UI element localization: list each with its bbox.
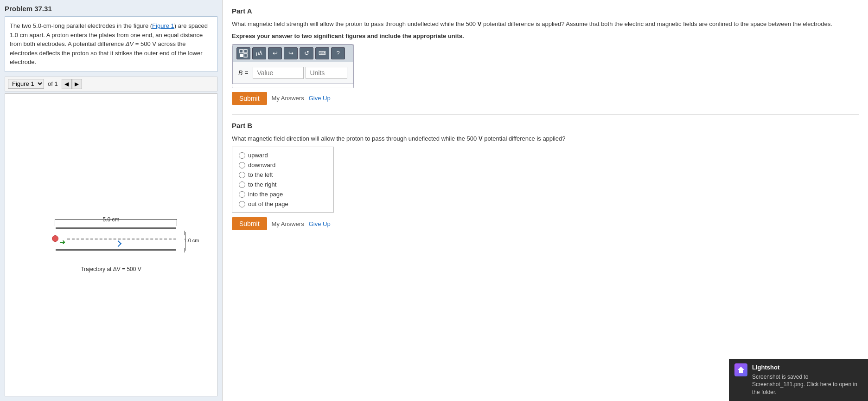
proton-dot: [52, 235, 58, 242]
radio-out-of-page[interactable]: [239, 201, 245, 207]
width-label: 5.0 cm: [102, 216, 119, 223]
radio-option-left[interactable]: to the left: [239, 171, 327, 178]
radio-option-into-page[interactable]: into the page: [239, 191, 327, 198]
part-a-section: Part A What magnetic field strength will…: [232, 7, 859, 105]
radio-downward-label: downward: [248, 162, 275, 168]
lightshot-description: Screenshot is saved to Screenshot_181.pn…: [752, 373, 862, 396]
radio-option-upward[interactable]: upward: [239, 152, 327, 159]
answer-box-a: μÅ ↩ ↪ ↺ ⌨ ? B =: [232, 44, 354, 88]
action-row-b: Submit My Answers Give Up: [232, 217, 859, 230]
electrode-bottom: [56, 249, 176, 251]
radio-options-box: upward downward to the left to the right…: [232, 147, 334, 213]
units-input[interactable]: [306, 67, 347, 79]
action-row-a: Submit My Answers Give Up: [232, 92, 859, 105]
toolbar-btn-help[interactable]: ?: [331, 47, 345, 59]
figure-of-label: of 1: [48, 80, 58, 87]
toolbar-btn-keyboard[interactable]: ⌨: [315, 47, 329, 59]
radio-option-out-of-page[interactable]: out of the page: [239, 200, 327, 207]
submit-button-a[interactable]: Submit: [232, 92, 267, 105]
figure-display: 5.0 cm ➜ | | 1.0 cm Trajectory: [5, 93, 217, 397]
svg-rect-0: [240, 50, 243, 53]
left-panel: Problem 37.31 The two 5.0-cm-long parall…: [0, 0, 223, 401]
svg-rect-3: [244, 54, 247, 57]
trajectory-label: Trajectory at ΔV = 500 V: [81, 266, 141, 272]
radio-upward[interactable]: [239, 152, 245, 159]
toolbar-btn-reset[interactable]: ↺: [300, 47, 313, 59]
radio-left[interactable]: [239, 172, 245, 178]
radio-option-downward[interactable]: downward: [239, 162, 327, 168]
b-label: B =: [238, 69, 248, 77]
value-input[interactable]: [253, 67, 304, 79]
svg-rect-1: [244, 50, 247, 53]
part-b-question: What magnetic field direction will allow…: [232, 134, 859, 143]
part-b-header: Part B: [232, 122, 859, 129]
radio-left-label: to the left: [248, 171, 273, 178]
give-up-link-a[interactable]: Give Up: [309, 95, 331, 102]
toolbar-btn-redo[interactable]: ↪: [284, 47, 298, 59]
submit-button-b[interactable]: Submit: [232, 217, 267, 230]
right-panel: Part A What magnetic field strength will…: [223, 0, 868, 401]
toolbar-btn-mu[interactable]: μÅ: [252, 47, 266, 59]
figure-link[interactable]: Figure 1: [152, 22, 174, 29]
problem-title: Problem 37.31: [5, 5, 217, 13]
radio-into-page-label: into the page: [248, 191, 283, 198]
my-answers-link-a: My Answers: [272, 95, 304, 102]
give-up-link-b[interactable]: Give Up: [309, 220, 331, 227]
figure-inner: 5.0 cm ➜ | | 1.0 cm Trajectory: [42, 214, 181, 275]
problem-description: The two 5.0-cm-long parallel electrodes …: [10, 22, 208, 65]
my-answers-link-b: My Answers: [272, 220, 304, 227]
part-b-section: Part B What magnetic field direction wil…: [232, 122, 859, 231]
figure-next-button[interactable]: ▶: [72, 79, 82, 89]
green-arrow: ➜: [59, 238, 65, 246]
height-label: 1.0 cm: [184, 238, 199, 243]
toolbar-btn-grid[interactable]: [236, 47, 250, 59]
express-note: Express your answer to two significant f…: [232, 32, 859, 39]
blue-arrow: [115, 240, 121, 247]
problem-text-box: The two 5.0-cm-long parallel electrodes …: [5, 16, 217, 72]
radio-option-right[interactable]: to the right: [239, 181, 327, 188]
part-divider: [232, 114, 859, 115]
answer-input-row: B =: [232, 62, 353, 84]
answer-toolbar: μÅ ↩ ↪ ↺ ⌨ ?: [232, 45, 353, 62]
figure-select[interactable]: Figure 1: [8, 79, 44, 89]
radio-out-of-page-label: out of the page: [248, 200, 288, 207]
part-a-header: Part A: [232, 7, 859, 15]
figure-prev-button[interactable]: ◀: [62, 79, 72, 89]
figure-controls: Figure 1 of 1 ◀ ▶: [5, 77, 217, 91]
part-a-question: What magnetic field strength will allow …: [232, 19, 859, 29]
lightshot-toast[interactable]: Lightshot Screenshot is saved to Screens…: [729, 359, 868, 401]
radio-right-label: to the right: [248, 181, 276, 188]
lightshot-title: Lightshot: [752, 363, 862, 372]
svg-rect-2: [240, 54, 243, 57]
radio-upward-label: upward: [248, 152, 268, 159]
toolbar-btn-undo[interactable]: ↩: [268, 47, 282, 59]
lightshot-icon: [734, 363, 747, 376]
radio-downward[interactable]: [239, 162, 245, 168]
trajectory-line: [67, 239, 176, 239]
electrode-top: [56, 227, 176, 229]
radio-right[interactable]: [239, 181, 245, 188]
lightshot-text: Lightshot Screenshot is saved to Screens…: [752, 363, 862, 396]
radio-into-page[interactable]: [239, 191, 245, 198]
